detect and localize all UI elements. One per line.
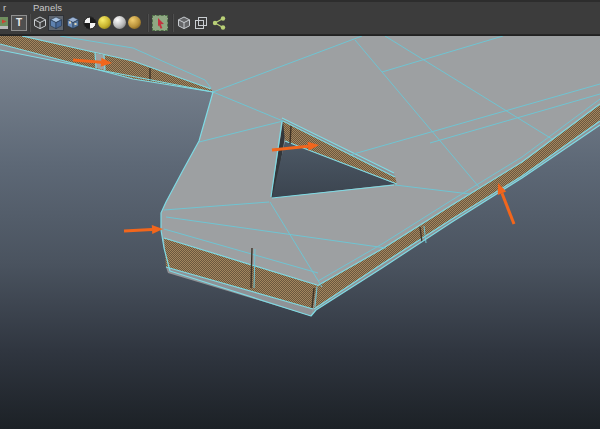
menu-item-clipped[interactable]: r	[3, 2, 6, 13]
viewport-canvas[interactable]	[0, 36, 600, 429]
panel-menubar: r Panels	[0, 2, 600, 13]
toolbar-separator	[147, 14, 149, 32]
annotation-arrow-shaft	[124, 230, 152, 231]
xray-joints-icon[interactable]	[211, 15, 227, 31]
wireframe-cube-icon[interactable]	[32, 15, 48, 31]
clipped-icon[interactable]	[0, 15, 9, 31]
menu-item-panels[interactable]: Panels	[33, 2, 62, 13]
xray-active-components-icon[interactable]	[193, 15, 209, 31]
isolate-select-icon[interactable]	[152, 15, 168, 31]
textured-display-icon[interactable]: T	[11, 15, 27, 31]
all-lights-icon[interactable]	[98, 16, 111, 29]
use-default-material-icon[interactable]	[82, 15, 98, 31]
viewport-3d[interactable]	[0, 36, 600, 429]
xray-cube-icon[interactable]	[176, 15, 192, 31]
textured-cube-icon[interactable]	[65, 15, 81, 31]
panel-topbar: r Panels T	[0, 0, 600, 35]
toolbar-separator	[172, 14, 174, 32]
panel-toolbar: T	[0, 13, 600, 35]
no-lights-icon[interactable]	[128, 16, 141, 29]
clipped-icon-glyph	[0, 15, 8, 31]
maya-viewport-panel: r Panels T	[0, 0, 600, 429]
default-light-icon[interactable]	[113, 16, 126, 29]
toolbar-separator	[29, 14, 31, 32]
shaded-cube-icon[interactable]	[48, 15, 64, 31]
